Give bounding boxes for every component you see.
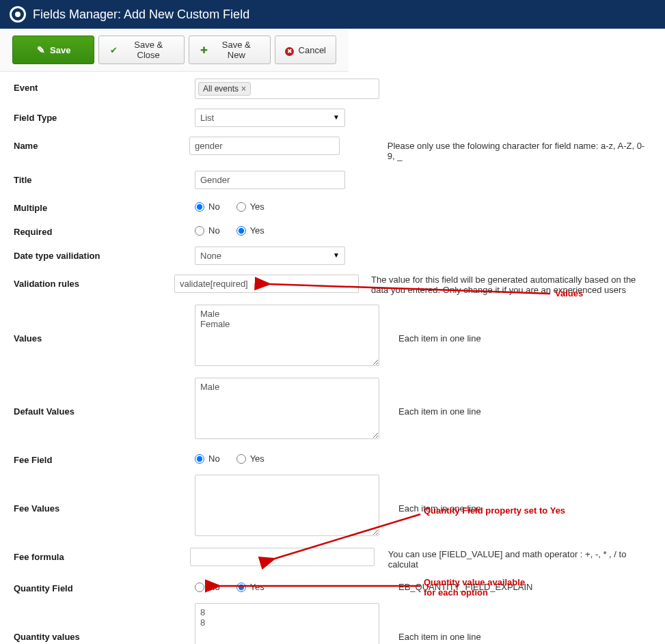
save-new-label: Save & New	[213, 40, 260, 60]
quantity-field-yes[interactable]: Yes	[236, 582, 264, 592]
remove-tag-icon[interactable]: ×	[241, 84, 246, 94]
row-values: Values Each item in one line	[14, 305, 651, 368]
row-quantity-values: Quantity values Each item in one line	[14, 603, 651, 644]
save-button-label: Save	[50, 45, 70, 55]
required-no[interactable]: No	[195, 225, 220, 236]
row-date-validation: Date type vailidation None	[14, 247, 651, 265]
label-title: Title	[14, 171, 195, 185]
event-tag-label: All events	[203, 84, 239, 94]
quantity-values-textarea[interactable]	[195, 603, 379, 644]
row-quantity-field: Quantity Field No Yes EB_QUANTITY_FIELD_…	[14, 579, 651, 593]
plus-icon	[199, 45, 208, 55]
toolbar: Save Save & Close Save & New Cancel	[0, 29, 349, 72]
row-fee-field: Fee Field No Yes	[14, 451, 651, 465]
hint-values: Each item in one line	[398, 329, 481, 344]
event-tag: All events ×	[198, 82, 251, 96]
fee-formula-input[interactable]	[190, 548, 375, 566]
fee-field-radio-group: No Yes	[195, 451, 386, 464]
label-fee-field: Fee Field	[14, 451, 195, 465]
quantity-field-radio-group: No Yes	[195, 579, 386, 592]
multiple-radio-group: No Yes	[195, 199, 386, 212]
save-close-button[interactable]: Save & Close	[98, 36, 185, 64]
cancel-button[interactable]: Cancel	[275, 36, 336, 64]
form: Event All events × Field Type List Name …	[0, 72, 665, 644]
name-input[interactable]	[189, 137, 340, 155]
row-multiple: Multiple No Yes	[14, 199, 651, 213]
label-validation-rules: Validation rules	[14, 275, 174, 289]
row-field-type: Field Type List	[14, 109, 651, 127]
page-header: Fields Manager: Add New Custom Field	[0, 0, 665, 29]
values-textarea[interactable]	[195, 305, 379, 366]
label-name: Name	[14, 137, 189, 151]
app-logo-icon	[10, 6, 26, 23]
hint-quantity-field: EB_QUANTITY_FIELD_EXPLAIN	[398, 579, 533, 592]
save-icon	[36, 45, 46, 55]
label-required: Required	[14, 223, 195, 237]
validation-rules-input[interactable]	[174, 275, 359, 293]
label-multiple: Multiple	[14, 199, 195, 213]
label-fee-formula: Fee formula	[14, 548, 190, 562]
row-fee-formula: Fee formula You can use [FIELD_VALUE] an…	[14, 548, 651, 570]
field-type-select[interactable]: List	[195, 109, 345, 127]
row-fee-values: Fee Values Each item in one line	[14, 475, 651, 538]
row-title: Title	[14, 171, 651, 189]
save-button[interactable]: Save	[12, 36, 94, 64]
multiple-yes[interactable]: Yes	[236, 201, 264, 212]
check-icon	[109, 45, 118, 55]
fee-field-yes[interactable]: Yes	[236, 453, 264, 464]
row-name: Name Please only use the folowing charac…	[14, 137, 651, 161]
save-close-label: Save & Close	[122, 40, 175, 60]
label-event: Event	[14, 79, 195, 93]
label-field-type: Field Type	[14, 109, 195, 123]
date-validation-select[interactable]: None	[195, 247, 345, 265]
label-quantity-values: Quantity values	[14, 628, 195, 642]
fee-values-textarea[interactable]	[195, 475, 379, 536]
fee-field-no[interactable]: No	[195, 453, 220, 464]
hint-quantity-values: Each item in one line	[398, 628, 481, 642]
row-default-values: Default Values Each item in one line	[14, 378, 651, 441]
event-input[interactable]: All events ×	[195, 79, 379, 99]
label-values: Values	[14, 329, 195, 344]
label-quantity-field: Quantity Field	[14, 579, 195, 593]
required-yes[interactable]: Yes	[236, 225, 264, 236]
row-required: Required No Yes	[14, 223, 651, 237]
multiple-no[interactable]: No	[195, 201, 220, 212]
save-new-button[interactable]: Save & New	[189, 36, 270, 64]
title-input[interactable]	[195, 171, 345, 189]
hint-fee-values: Each item in one line	[398, 499, 481, 514]
label-fee-values: Fee Values	[14, 499, 195, 514]
page-title: Fields Manager: Add New Custom Field	[33, 8, 249, 22]
hint-fee-formula: You can use [FIELD_VALUE] and math opera…	[388, 548, 651, 570]
cancel-label: Cancel	[299, 45, 326, 55]
hint-default-values: Each item in one line	[398, 402, 481, 417]
row-validation-rules: Validation rules The value for this fiel…	[14, 275, 651, 295]
label-date-validation: Date type vailidation	[14, 247, 195, 261]
default-values-textarea[interactable]	[195, 378, 379, 439]
cancel-icon	[285, 45, 295, 55]
label-default-values: Default Values	[14, 402, 195, 417]
row-event: Event All events ×	[14, 79, 651, 99]
required-radio-group: No Yes	[195, 223, 386, 236]
quantity-field-no[interactable]: No	[195, 582, 220, 592]
hint-validation-rules: The value for this field will be generat…	[371, 275, 651, 295]
hint-name: Please only use the folowing character f…	[388, 137, 651, 161]
